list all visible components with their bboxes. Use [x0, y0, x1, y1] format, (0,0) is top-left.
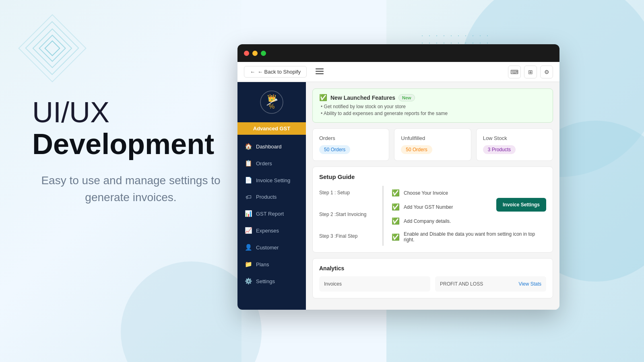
page-subtitle: Easy to use and manage settings to gener… [32, 172, 229, 206]
dot-green[interactable] [261, 51, 266, 56]
step-text-1: Choose Your Invoice [404, 190, 448, 196]
sidebar-item-customer[interactable]: 👤 Customer [237, 239, 306, 256]
top-nav-right: ⌨ ⊞ ⚙ [508, 66, 553, 78]
stats-row: Orders 50 Orders Unfullfilled 50 Orders … [312, 128, 553, 161]
sidebar-label-settings: Settings [256, 278, 275, 284]
stat-badge-unfulfilled: 50 Orders [401, 145, 432, 154]
banner-title-row: ✅ New Launched Features New [319, 94, 546, 101]
sidebar-item-dashboard[interactable]: 🏠 Dashboard [237, 138, 306, 155]
dot-yellow[interactable] [252, 51, 258, 56]
svg-text:%: % [269, 103, 275, 110]
sidebar-item-settings[interactable]: ⚙️ Settings [237, 273, 306, 290]
step-label-3: Step 3 :Final Step [319, 229, 376, 243]
setup-guide: Setup Guide Step 1 : Setup Step 2 :Start… [312, 167, 553, 253]
back-arrow-icon: ← [250, 69, 255, 75]
step-label-1: Step 1 : Setup [319, 186, 376, 200]
sidebar-label-invoice: Invoice Setting [256, 177, 290, 183]
analytics-invoices-label: Invoices [324, 281, 342, 287]
main-layout: 👑 % Advanced GST 🏠 Dashboard 📋 Orders [237, 82, 559, 310]
stat-card-lowstock: Low Stock 3 Products [476, 128, 553, 161]
keyboard-icon-btn[interactable]: ⌨ [508, 66, 521, 78]
step-row-4: ✅ Enable and Disable the data you want f… [392, 228, 546, 246]
diamond-decoration [24, 20, 80, 76]
analytics-section: Analytics Invoices PROFIT AND LOSS View … [312, 258, 553, 298]
sidebar-item-plans[interactable]: 📁 Plans [237, 256, 306, 273]
analytics-row: Invoices PROFIT AND LOSS View Stats [319, 276, 546, 292]
back-button-label: ← Back to Shopify [258, 69, 301, 75]
dot-red[interactable] [244, 51, 249, 56]
orders-icon: 📋 [245, 160, 252, 167]
stat-label-orders: Orders [319, 135, 382, 141]
sidebar-item-gst-report[interactable]: 📊 GST Report [237, 205, 306, 222]
hamburger-button[interactable] [314, 66, 325, 78]
new-badge: New [398, 94, 415, 101]
step-text-3: Add Company details. [404, 218, 451, 224]
browser-window: ← ← Back to Shopify ⌨ ⊞ ⚙ [237, 44, 559, 310]
sidebar-brand-name: Advanced GST [237, 122, 306, 135]
expenses-icon: 📈 [245, 227, 252, 234]
setup-steps: Step 1 : Setup Step 2 :Start Invoicing S… [319, 186, 546, 246]
browser-titlebar [237, 44, 559, 62]
step-check-4: ✅ [392, 233, 400, 241]
sidebar-label-orders: Orders [256, 160, 272, 167]
step-check-1: ✅ [392, 189, 400, 197]
analytics-profit-loss-label: PROFIT AND LOSS [440, 281, 483, 287]
home-icon: 🏠 [245, 143, 252, 150]
svg-rect-1 [316, 71, 324, 72]
step-check-3: ✅ [392, 217, 400, 225]
banner-bullets: Get notified by low stock on your store … [319, 104, 546, 116]
stat-card-orders: Orders 50 Orders [312, 128, 389, 161]
products-icon: 🏷 [245, 193, 252, 200]
step-text-2: Add Your GST Number [404, 204, 453, 210]
settings-icon-btn[interactable]: ⚙ [540, 66, 553, 78]
analytics-title: Analytics [319, 265, 546, 272]
sidebar-label-plans: Plans [256, 261, 269, 267]
content-area: ✅ New Launched Features New Get notified… [306, 82, 559, 310]
step-row-3: ✅ Add Company details. [392, 214, 546, 228]
sidebar-item-orders[interactable]: 📋 Orders [237, 155, 306, 172]
sidebar-label-expenses: Expenses [256, 228, 279, 234]
setup-guide-title: Setup Guide [319, 173, 546, 180]
top-nav-left: ← ← Back to Shopify [244, 66, 325, 78]
page-title: UI/UXDevelopment [32, 97, 229, 160]
sidebar-label-dashboard: Dashboard [256, 144, 282, 150]
settings-nav-icon: ⚙️ [245, 278, 252, 285]
banner-bullet-2: Ability to add expenses and generate rep… [321, 111, 546, 116]
step-content: ✅ Choose Your Invoice ✅ Add Your GST Num… [384, 186, 546, 246]
sidebar-item-invoice-setting[interactable]: 📄 Invoice Setting [237, 172, 306, 189]
banner-check-icon: ✅ [319, 94, 327, 101]
sidebar-logo: 👑 % [237, 82, 306, 118]
sidebar-label-gst-report: GST Report [256, 211, 284, 217]
back-to-shopify-button[interactable]: ← ← Back to Shopify [244, 66, 307, 78]
svg-rect-2 [316, 73, 324, 74]
sidebar-item-products[interactable]: 🏷 Products [237, 189, 306, 205]
banner-title: New Launched Features [330, 95, 395, 101]
grid-icon-btn[interactable]: ⊞ [524, 66, 537, 78]
sidebar-label-products: Products [256, 194, 277, 200]
features-banner: ✅ New Launched Features New Get notified… [312, 88, 553, 123]
customer-icon: 👤 [245, 244, 252, 251]
step-check-2: ✅ [392, 203, 400, 211]
banner-bullet-1: Get notified by low stock on your store [321, 104, 546, 109]
sidebar: 👑 % Advanced GST 🏠 Dashboard 📋 Orders [237, 82, 306, 310]
sidebar-item-expenses[interactable]: 📈 Expenses [237, 222, 306, 239]
view-stats-link[interactable]: View Stats [519, 281, 541, 287]
stat-badge-lowstock: 3 Products [483, 145, 516, 154]
stat-card-unfulfilled: Unfullfilled 50 Orders [394, 128, 471, 161]
stat-label-unfulfilled: Unfullfilled [401, 135, 464, 141]
plans-icon: 📁 [245, 261, 252, 268]
svg-rect-0 [316, 68, 324, 70]
step-label-2: Step 2 :Start Invoicing [319, 208, 376, 221]
step-labels: Step 1 : Setup Step 2 :Start Invoicing S… [319, 186, 384, 246]
invoice-icon: 📄 [245, 177, 252, 184]
analytics-card-invoices: Invoices [319, 276, 430, 292]
analytics-card-profit-loss: PROFIT AND LOSS View Stats [435, 276, 546, 292]
top-nav: ← ← Back to Shopify ⌨ ⊞ ⚙ [237, 62, 559, 82]
left-content: UI/UXDevelopment Easy to use and manage … [32, 97, 229, 206]
sidebar-nav: 🏠 Dashboard 📋 Orders 📄 Invoice Setting 🏷… [237, 135, 306, 310]
report-icon: 📊 [245, 210, 252, 217]
sidebar-label-customer: Customer [256, 245, 279, 251]
stat-label-lowstock: Low Stock [483, 135, 546, 141]
app-container: ← ← Back to Shopify ⌨ ⊞ ⚙ [237, 62, 559, 310]
invoice-settings-button[interactable]: Invoice Settings [496, 198, 546, 212]
